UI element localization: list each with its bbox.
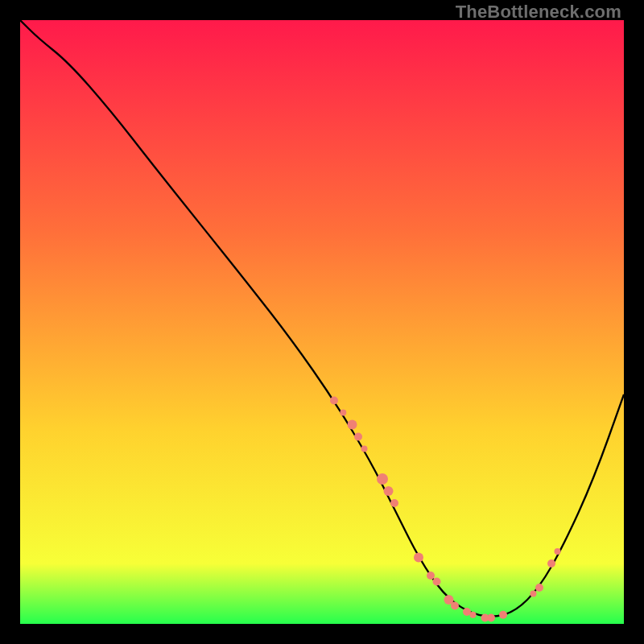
highlighted-point: [377, 473, 388, 485]
highlighted-point: [348, 420, 357, 430]
highlighted-point: [487, 614, 495, 622]
highlighted-point: [354, 433, 362, 441]
highlighted-point: [547, 559, 555, 568]
highlighted-point: [390, 499, 398, 507]
highlighted-point: [384, 486, 394, 496]
highlighted-point: [555, 548, 561, 555]
highlighted-point: [414, 553, 423, 563]
highlighted-point: [463, 608, 471, 616]
highlighted-point: [451, 602, 459, 610]
highlighted-point: [530, 591, 537, 597]
highlighted-point: [427, 572, 435, 580]
highlighted-point: [433, 578, 441, 586]
highlighted-point: [330, 397, 338, 405]
highlighted-point: [499, 611, 507, 619]
highlighted-point: [340, 410, 346, 416]
chart-svg: [20, 20, 624, 624]
highlighted-point: [361, 446, 368, 452]
highlighted-point: [535, 584, 543, 592]
highlighted-point: [470, 612, 477, 618]
chart-frame: [20, 20, 624, 624]
